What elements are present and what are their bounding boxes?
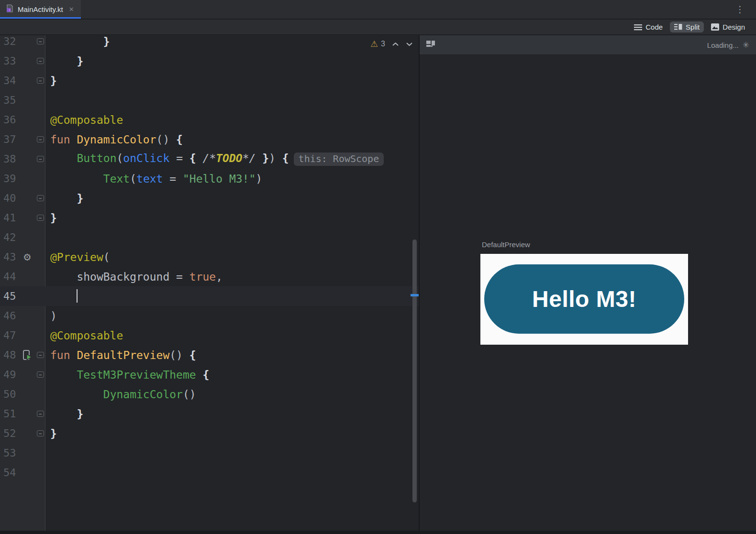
- fold-marker-icon[interactable]: −: [37, 430, 44, 436]
- code-line[interactable]: 44 showBackground = true,: [0, 267, 419, 286]
- code-line[interactable]: 35: [0, 90, 419, 110]
- code-line[interactable]: 50 DynamicColor(): [0, 384, 419, 404]
- code-text: }: [45, 75, 57, 87]
- code-token: (: [116, 152, 123, 164]
- code-line[interactable]: 39 Text(text = "Hello M3!"): [0, 169, 419, 188]
- code-line[interactable]: 34−}: [0, 71, 419, 90]
- code-line[interactable]: 41−}: [0, 208, 419, 228]
- code-line[interactable]: 52−}: [0, 424, 419, 443]
- code-line[interactable]: 54: [0, 463, 419, 482]
- fold-marker-icon[interactable]: −: [37, 58, 44, 64]
- code-line[interactable]: 42: [0, 228, 419, 247]
- fold-slot: −: [35, 371, 45, 378]
- code-token: "Hello M3!": [183, 173, 256, 185]
- view-mode-label: Code: [645, 23, 663, 31]
- code-token: /*: [203, 152, 216, 164]
- code-line[interactable]: 45: [0, 286, 419, 306]
- code-line[interactable]: 53: [0, 443, 419, 463]
- tab-mainactivity[interactable]: MainActivity.kt ✕: [0, 0, 81, 19]
- line-number: 50: [0, 388, 19, 400]
- fold-marker-icon[interactable]: −: [37, 411, 44, 417]
- code-line[interactable]: 37−fun DynamicColor() {: [0, 130, 419, 149]
- rendered-hello-button: Hello M3!: [484, 264, 684, 334]
- view-mode-code[interactable]: Code: [630, 22, 667, 33]
- inspection-widget[interactable]: ⚠ 3: [370, 40, 413, 48]
- code-token: {: [189, 152, 203, 164]
- code-token: ): [269, 152, 282, 164]
- run-preview-icon[interactable]: [19, 349, 35, 361]
- code-token: [50, 369, 77, 381]
- fold-marker-icon[interactable]: −: [37, 136, 44, 142]
- fold-marker-icon[interactable]: −: [37, 371, 44, 378]
- code-token: {: [176, 133, 183, 146]
- code-token: }: [256, 152, 269, 164]
- code-token: fun: [50, 133, 77, 146]
- tab-options-kebab-icon[interactable]: ⋮: [735, 4, 745, 15]
- code-line[interactable]: 51− }: [0, 404, 419, 424]
- fold-marker-icon[interactable]: −: [37, 77, 44, 84]
- editor-scrollbar[interactable]: [412, 240, 417, 502]
- text-caret: [77, 289, 78, 303]
- code-line[interactable]: 32− }: [0, 35, 419, 51]
- preview-toolbar: Loading... ✳: [420, 35, 756, 55]
- code-editor[interactable]: 32− }33− }34−}3536@Composable37−fun Dyna…: [0, 35, 419, 531]
- line-number: 37: [0, 133, 19, 145]
- code-line[interactable]: 43⚙@Preview(: [0, 247, 419, 267]
- code-token: (: [103, 251, 110, 263]
- code-line[interactable]: 48−fun DefaultPreview() {: [0, 345, 419, 365]
- close-tab-icon[interactable]: ✕: [69, 6, 74, 13]
- code-line[interactable]: 46): [0, 306, 419, 326]
- code-line[interactable]: 40− }: [0, 188, 419, 208]
- code-line[interactable]: 49− TestM3PreviewTheme {: [0, 365, 419, 384]
- code-token: ): [256, 173, 262, 185]
- code-token: ): [50, 310, 57, 322]
- preview-canvas[interactable]: DefaultPreview Hello M3!: [420, 55, 756, 531]
- line-number: 51: [0, 408, 19, 420]
- code-text: @Composable: [45, 329, 123, 342]
- code-token: }: [77, 55, 83, 67]
- caret-position-stripe-mark[interactable]: [411, 294, 419, 296]
- code-token: ,: [216, 271, 222, 283]
- preview-render-surface[interactable]: Hello M3!: [480, 254, 688, 345]
- previous-warning-chevron-up-icon[interactable]: [392, 42, 399, 46]
- fold-slot: −: [35, 411, 45, 417]
- fold-slot: −: [35, 58, 45, 64]
- code-token: true: [189, 271, 216, 283]
- fold-marker-icon[interactable]: −: [37, 352, 44, 358]
- line-number: 38: [0, 153, 19, 165]
- preview-layout-switcher[interactable]: [425, 39, 438, 51]
- fold-marker-icon[interactable]: −: [37, 215, 44, 221]
- code-token: @Composable: [50, 114, 123, 126]
- fold-marker-icon[interactable]: −: [37, 156, 44, 162]
- next-warning-chevron-down-icon[interactable]: [406, 42, 413, 46]
- fold-slot: −: [35, 38, 45, 44]
- code-token: [50, 408, 77, 420]
- active-tab-underline: [0, 17, 81, 19]
- line-number: 54: [0, 467, 19, 479]
- view-mode-split[interactable]: Split: [670, 22, 704, 33]
- code-token: TODO: [216, 152, 242, 164]
- code-token: @Preview: [50, 251, 103, 263]
- fold-slot: −: [35, 430, 45, 436]
- view-mode-design[interactable]: Design: [707, 22, 749, 33]
- code-token: [50, 192, 77, 205]
- inlay-hint[interactable]: this: RowScope: [294, 153, 384, 166]
- code-token: fun: [50, 349, 77, 361]
- code-token: showBackground =: [50, 271, 189, 283]
- code-text: DynamicColor(): [45, 388, 196, 401]
- preview-composable-name: DefaultPreview: [482, 240, 530, 249]
- code-line[interactable]: 47@Composable: [0, 326, 419, 345]
- fold-marker-icon[interactable]: −: [37, 195, 44, 201]
- fold-marker-icon[interactable]: −: [37, 38, 44, 44]
- preview-settings-gear-icon[interactable]: ⚙: [19, 251, 35, 263]
- code-token: DynamicColor: [77, 133, 156, 146]
- code-line[interactable]: 38− Button(onClick = { /*TODO*/ }) {this…: [0, 149, 419, 169]
- code-line[interactable]: 33− }: [0, 51, 419, 71]
- code-line[interactable]: 36@Composable: [0, 110, 419, 130]
- line-number: 41: [0, 212, 19, 224]
- code-token: }: [50, 212, 57, 224]
- spinner-icon: ✳: [743, 40, 749, 50]
- code-text: }: [45, 408, 83, 420]
- code-text: ): [45, 310, 57, 322]
- code-token: (): [169, 349, 189, 361]
